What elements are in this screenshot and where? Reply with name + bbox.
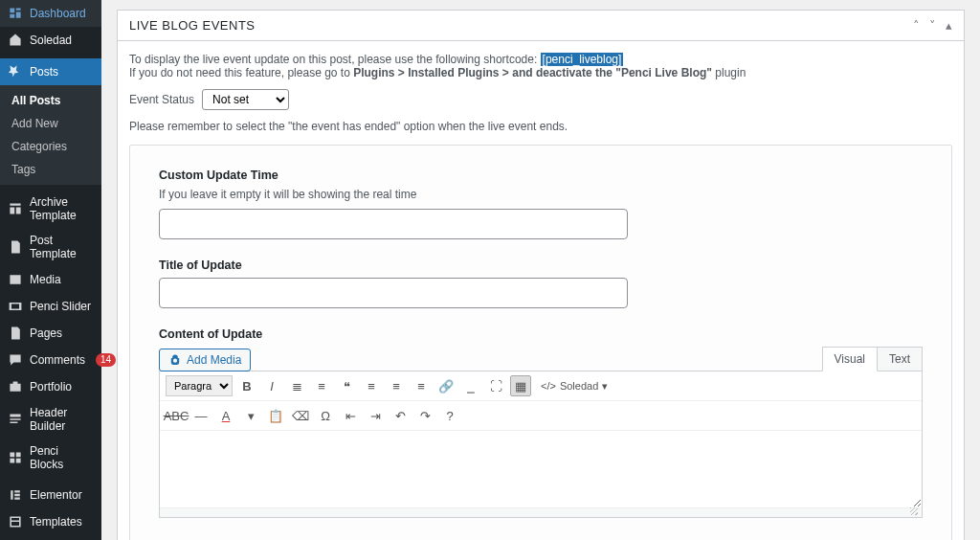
numbered-list-icon[interactable]: ≡	[311, 375, 332, 396]
deactivate-hint: If you do not need this feature, please …	[129, 66, 952, 79]
read-more-icon[interactable]: ⎯	[460, 375, 481, 396]
hint-text: To display the live event update on this…	[129, 53, 541, 66]
sidebar-item-comments[interactable]: Comments14	[0, 347, 101, 373]
submenu-item-add-new[interactable]: Add New	[0, 112, 101, 135]
status-row: Event Status Not set	[129, 89, 952, 110]
sidebar-label: Portfolio	[30, 380, 72, 394]
layout-icon	[8, 201, 23, 216]
sidebar-item-header-builder[interactable]: Header Builder	[0, 400, 101, 439]
resize-handle[interactable]	[160, 507, 922, 517]
format-select[interactable]: Paragraph	[166, 375, 233, 396]
sidebar-item-archive-template[interactable]: Archive Template	[0, 190, 101, 228]
align-right-icon[interactable]: ≡	[411, 375, 432, 396]
blocks-icon	[8, 450, 23, 465]
sidebar-item-media[interactable]: Media	[0, 266, 101, 293]
sidebar-item-elementor[interactable]: Elementor	[0, 482, 101, 508]
media-icon	[8, 272, 23, 287]
text-color-chevron-icon[interactable]: ▾	[240, 405, 261, 426]
custom-time-hint: If you leave it empty it will be showing…	[159, 188, 923, 201]
editor-tabs: Visual Text	[822, 347, 923, 371]
sidebar-label: Penci Slider	[30, 300, 91, 313]
blockquote-icon[interactable]: ❝	[336, 375, 357, 396]
redo-icon[interactable]: ↷	[414, 405, 435, 426]
panel-controls: ˄ ˅ ▴	[913, 18, 952, 33]
strikethrough-icon[interactable]: ABC	[166, 405, 187, 426]
panel-title: LIVE BLOG EVENTS	[129, 18, 256, 33]
sidebar-label: Elementor	[30, 488, 82, 502]
help-icon[interactable]: ?	[439, 405, 460, 426]
sidebar-item-post-template[interactable]: Post Template	[0, 228, 101, 266]
admin-sidebar: DashboardSoledadPostsAll PostsAdd NewCat…	[0, 0, 101, 540]
media-tabs-row: Add Media Visual Text	[159, 347, 923, 371]
outdent-icon[interactable]: ⇤	[340, 405, 361, 426]
special-char-icon[interactable]: Ω	[315, 405, 336, 426]
sidebar-label: Pages	[30, 326, 62, 340]
page-icon	[8, 239, 23, 255]
bullet-list-icon[interactable]: ≣	[286, 375, 307, 396]
panel-toggle-icon[interactable]: ▴	[946, 18, 952, 33]
submenu-item-categories[interactable]: Categories	[0, 135, 101, 158]
sidebar-item-dashboard[interactable]: Dashboard	[0, 0, 101, 27]
hint2-pre: If you do not need this feature, please …	[129, 66, 353, 79]
sidebar-item-posts[interactable]: Posts	[0, 58, 101, 85]
shortcode-value: [penci_liveblog]	[541, 53, 624, 66]
sidebar-item-soledad[interactable]: Soledad	[0, 27, 101, 54]
text-color-icon[interactable]: A	[215, 405, 236, 426]
toolbar-toggle-icon[interactable]: ▦	[510, 375, 531, 396]
comments-icon	[8, 352, 23, 368]
submenu-item-tags[interactable]: Tags	[0, 158, 101, 181]
sidebar-label: Posts	[30, 65, 58, 79]
content-editor[interactable]	[160, 431, 922, 507]
panel-body: To display the live event update on this…	[118, 41, 964, 540]
panel-move-down-icon[interactable]: ˅	[929, 18, 936, 33]
text-tab[interactable]: Text	[878, 347, 923, 371]
add-media-label: Add Media	[187, 353, 241, 367]
toolbar-row-1: Paragraph B I ≣ ≡ ❝ ≡ ≡ ≡ 🔗 ⎯ ⛶	[160, 371, 922, 401]
status-label: Event Status	[129, 93, 194, 106]
event-status-select[interactable]: Not set	[202, 89, 289, 110]
media-icon	[168, 353, 182, 367]
remember-note: Please remember to select the "the event…	[129, 120, 952, 133]
pin-icon	[8, 64, 23, 79]
paste-text-icon[interactable]: 📋	[265, 405, 286, 426]
sidebar-label: Comments	[30, 353, 85, 367]
editor-wrap: Paragraph B I ≣ ≡ ❝ ≡ ≡ ≡ 🔗 ⎯ ⛶	[159, 371, 923, 518]
fullscreen-icon[interactable]: ⛶	[485, 375, 506, 396]
align-center-icon[interactable]: ≡	[386, 375, 407, 396]
sidebar-item-pages[interactable]: Pages	[0, 320, 101, 347]
content-label: Content of Update	[159, 327, 923, 341]
sidebar-label: Header Builder	[30, 406, 94, 433]
undo-icon[interactable]: ↶	[390, 405, 411, 426]
slider-icon	[8, 299, 23, 314]
soledad-dropdown[interactable]: </> Soledad ▾	[535, 380, 613, 393]
indent-icon[interactable]: ⇥	[365, 405, 386, 426]
italic-icon[interactable]: I	[261, 375, 282, 396]
sidebar-item-templates[interactable]: Templates	[0, 508, 101, 535]
panel-move-up-icon[interactable]: ˄	[913, 18, 920, 33]
hr-icon[interactable]: —	[190, 405, 212, 426]
update-form-card: Custom Update Time If you leave it empty…	[129, 145, 952, 540]
shortcode-hint: To display the live event update on this…	[129, 53, 952, 66]
sidebar-label: Media	[30, 273, 61, 286]
submenu: All PostsAdd NewCategoriesTags	[0, 85, 101, 185]
live-blog-panel: LIVE BLOG EVENTS ˄ ˅ ▴ To display the li…	[117, 10, 965, 540]
visual-tab[interactable]: Visual	[822, 347, 878, 371]
sidebar-item-penci-blocks[interactable]: Penci Blocks	[0, 439, 101, 477]
title-label: Title of Update	[159, 259, 923, 272]
sidebar-item-portfolio[interactable]: Portfolio	[0, 373, 101, 400]
panel-header: LIVE BLOG EVENTS ˄ ˅ ▴	[118, 11, 964, 41]
bold-icon[interactable]: B	[236, 375, 257, 396]
sidebar-item-penci-slider[interactable]: Penci Slider	[0, 293, 101, 320]
portfolio-icon	[8, 379, 23, 394]
custom-time-input[interactable]	[159, 209, 628, 239]
align-left-icon[interactable]: ≡	[361, 375, 382, 396]
home-icon	[8, 33, 23, 48]
title-input[interactable]	[159, 278, 628, 308]
sidebar-label: Penci Blocks	[30, 444, 94, 471]
dashboard-icon	[8, 6, 23, 21]
link-icon[interactable]: 🔗	[435, 375, 457, 396]
add-media-button[interactable]: Add Media	[159, 349, 251, 371]
page-icon	[8, 326, 23, 341]
submenu-item-all-posts[interactable]: All Posts	[0, 89, 101, 112]
clear-formatting-icon[interactable]: ⌫	[290, 405, 311, 426]
